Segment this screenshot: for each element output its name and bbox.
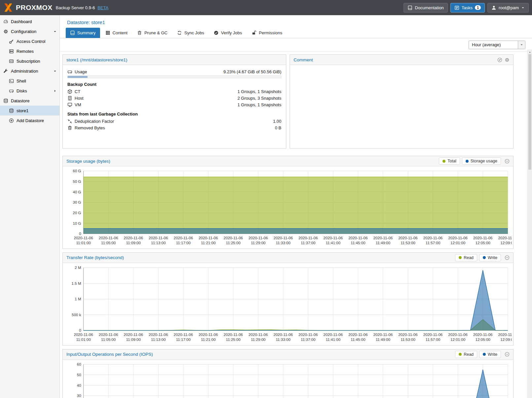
documentation-button[interactable]: Documentation (404, 3, 447, 13)
panel-title: Comment (294, 57, 313, 62)
tab-bar: Summary Content Prune & GC Sync Jobs Ver… (60, 28, 532, 38)
svg-text:2020-11-06: 2020-11-06 (74, 236, 93, 240)
trash-icon (67, 125, 72, 130)
write-series-dot (483, 353, 486, 356)
svg-text:2020-11-06: 2020-11-06 (124, 236, 143, 240)
svg-text:2020-11-06: 2020-11-06 (174, 332, 193, 336)
sidebar-item-configuration[interactable]: Configuration (0, 26, 59, 36)
sidebar-item-datastore[interactable]: Datastore (0, 96, 59, 106)
usage-progress-bar (67, 76, 281, 78)
comment-body[interactable] (290, 65, 513, 148)
time-range-select[interactable]: Hour (average) (469, 41, 525, 49)
scroll-up-arrow[interactable]: ▲ (528, 50, 532, 54)
chevron-right-icon[interactable] (53, 89, 57, 93)
svg-text:12:05:00: 12:05:00 (476, 337, 491, 342)
chevron-down-icon[interactable] (53, 69, 57, 73)
svg-text:2020-11-06: 2020-11-06 (224, 236, 243, 240)
svg-text:40: 40 (77, 383, 81, 387)
usage-label: Usage (75, 69, 87, 74)
tasks-button[interactable]: Tasks 1 (450, 3, 485, 13)
svg-text:11:37:00: 11:37:00 (301, 241, 316, 245)
trash-icon (137, 30, 142, 35)
svg-text:0: 0 (79, 328, 81, 332)
legend-storage-usage[interactable]: Storage usage (462, 157, 501, 165)
svg-text:11:29:00: 11:29:00 (251, 337, 266, 342)
svg-text:2020-11-06: 2020-11-06 (149, 236, 168, 240)
beta-link[interactable]: BETA (97, 5, 108, 10)
tab-summary[interactable]: Summary (66, 28, 100, 38)
usage-row: Usage 9.23% (4.67 GiB of 50.56 GiB) (67, 68, 281, 75)
svg-text:11:01:00: 11:01:00 (76, 241, 91, 245)
svg-text:2020-11-06: 2020-11-06 (99, 332, 118, 336)
chevron-down-icon[interactable] (53, 30, 57, 33)
documentation-label: Documentation (415, 5, 443, 10)
backup-count-heading: Backup Count (67, 82, 281, 87)
collapse-panel-icon[interactable] (505, 352, 510, 357)
svg-text:1 M: 1 M (75, 297, 81, 301)
svg-text:11:25:00: 11:25:00 (226, 241, 241, 245)
server-list-icon (9, 49, 14, 54)
brand-name: PROXMOX (16, 4, 53, 12)
total-series-dot (443, 160, 445, 163)
wrench-icon (3, 69, 8, 74)
tab-prune-gc[interactable]: Prune & GC (133, 28, 172, 38)
legend-write[interactable]: Write (479, 254, 501, 261)
usage-progress-fill (68, 76, 88, 78)
svg-text:10 G: 10 G (73, 221, 81, 225)
iops-chart: 01020304050602020-11-0611:01:002020-11-0… (64, 362, 512, 398)
legend-total[interactable]: Total (439, 157, 460, 165)
svg-text:11:13:00: 11:13:00 (151, 337, 166, 342)
svg-text:50: 50 (77, 373, 81, 377)
svg-text:2020-11-06: 2020-11-06 (348, 332, 368, 336)
tab-content[interactable]: Content (101, 28, 132, 38)
id-card-icon (9, 59, 14, 64)
vertical-scrollbar[interactable]: ▲ (527, 50, 532, 398)
plus-circle-icon (9, 118, 14, 123)
collapse-panel-icon[interactable] (505, 159, 510, 164)
sidebar-item-store1[interactable]: store1 (0, 106, 59, 116)
svg-text:60: 60 (77, 362, 81, 366)
collapse-panel-icon[interactable] (505, 255, 510, 260)
book-icon (408, 5, 412, 10)
user-icon (491, 5, 496, 10)
comment-panel: Comment (290, 54, 514, 149)
sidebar-item-shell[interactable]: Shell (0, 76, 59, 86)
sidebar-item-access-control[interactable]: Access Control (0, 36, 59, 46)
svg-text:2020-11-06: 2020-11-06 (348, 236, 368, 240)
svg-text:11:49:00: 11:49:00 (376, 337, 391, 342)
svg-text:50 G: 50 G (73, 179, 81, 183)
svg-text:2020-11-06: 2020-11-06 (99, 236, 118, 240)
chart-title: Transfer Rate (bytes/second) (66, 255, 124, 260)
svg-text:2020-11-06: 2020-11-06 (249, 332, 268, 336)
svg-text:11:53:00: 11:53:00 (401, 337, 415, 342)
check-circle-icon (214, 30, 219, 35)
svg-text:2020-11-06: 2020-11-06 (448, 236, 468, 240)
tab-permissions[interactable]: Permissions (247, 28, 287, 38)
combo-trigger[interactable] (518, 41, 525, 49)
tasks-label: Tasks (462, 5, 473, 10)
tab-verify-jobs[interactable]: Verify Jobs (209, 28, 246, 38)
svg-text:2020-11-06: 2020-11-06 (249, 236, 268, 240)
svg-text:11:33:00: 11:33:00 (276, 337, 291, 342)
svg-text:12:09:00: 12:09:00 (500, 337, 512, 342)
legend-write[interactable]: Write (479, 351, 501, 358)
svg-text:11:17:00: 11:17:00 (176, 337, 191, 342)
key-icon (9, 39, 14, 44)
sidebar-item-disks[interactable]: Disks (0, 86, 59, 96)
sidebar-item-dashboard[interactable]: Dashboard (0, 17, 59, 26)
tab-sync-jobs[interactable]: Sync Jobs (173, 28, 208, 38)
scrollbar-thumb[interactable] (528, 54, 531, 170)
gear-icon[interactable] (505, 57, 510, 62)
legend-read[interactable]: Read (455, 351, 477, 358)
sidebar-item-add-datastore[interactable]: Add Datastore (0, 116, 59, 125)
legend-read[interactable]: Read (455, 254, 477, 261)
svg-text:2020-11-06: 2020-11-06 (473, 236, 493, 240)
sidebar-item-administration[interactable]: Administration (0, 66, 59, 76)
user-menu-button[interactable]: root@pam (487, 3, 529, 13)
usage-value: 9.23% (4.67 GiB of 50.56 GiB) (223, 69, 281, 74)
edit-comment-icon[interactable] (497, 57, 502, 62)
sidebar-item-remotes[interactable]: Remotes (0, 46, 59, 56)
sidebar-item-subscription[interactable]: Subscription (0, 56, 59, 66)
svg-text:12:01:00: 12:01:00 (450, 241, 466, 245)
unlock-icon (252, 30, 257, 35)
